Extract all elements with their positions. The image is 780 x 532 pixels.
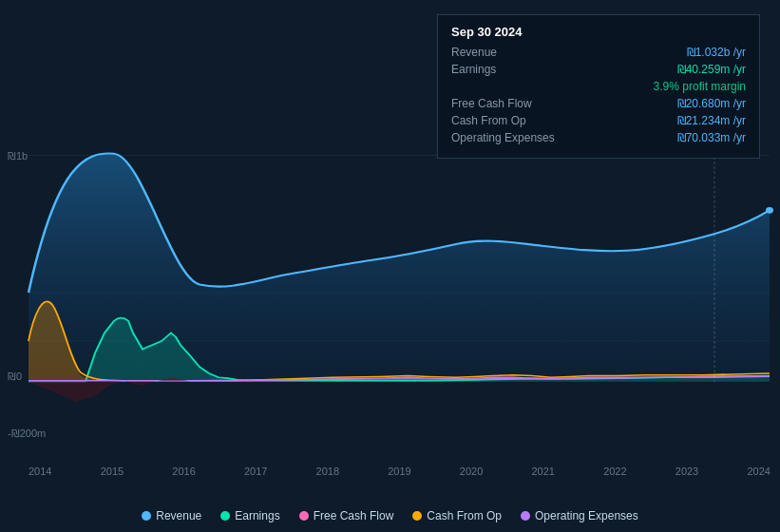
tooltip-cfo-row: Cash From Op ₪21.234m /yr: [451, 114, 746, 127]
tooltip-revenue-value: ₪1.032b /yr: [687, 46, 746, 59]
tooltip-box: Sep 30 2024 Revenue ₪1.032b /yr Earnings…: [437, 14, 760, 159]
tooltip-fcf-row: Free Cash Flow ₪20.680m /yr: [451, 97, 746, 110]
legend-item-fcf[interactable]: Free Cash Flow: [299, 509, 394, 522]
x-label-2023: 2023: [675, 466, 698, 477]
tooltip-revenue-label: Revenue: [451, 46, 565, 59]
legend-dot-fcf: [299, 511, 309, 521]
chart-container: Sep 30 2024 Revenue ₪1.032b /yr Earnings…: [0, 0, 780, 532]
x-label-2015: 2015: [101, 466, 124, 477]
x-label-2017: 2017: [244, 466, 267, 477]
legend-dot-cfo: [412, 511, 422, 521]
legend-dot-revenue: [142, 511, 151, 521]
tooltip-fcf-value: ₪20.680m /yr: [677, 97, 746, 110]
x-label-2021: 2021: [531, 466, 554, 477]
legend-item-earnings[interactable]: Earnings: [220, 509, 279, 522]
x-label-2014: 2014: [29, 466, 51, 477]
legend-label-fcf: Free Cash Flow: [314, 509, 394, 522]
x-label-2022: 2022: [603, 466, 626, 477]
legend-label-revenue: Revenue: [156, 509, 201, 522]
legend-label-earnings: Earnings: [235, 509, 279, 522]
tooltip-opex-label: Operating Expenses: [451, 131, 565, 144]
tooltip-cfo-label: Cash From Op: [451, 114, 565, 127]
tooltip-fcf-label: Free Cash Flow: [451, 97, 565, 110]
x-label-2024: 2024: [747, 466, 770, 477]
revenue-dot: [766, 207, 773, 214]
tooltip-date: Sep 30 2024: [451, 25, 746, 39]
chart-legend: Revenue Earnings Free Cash Flow Cash Fro…: [0, 509, 780, 522]
tooltip-earnings-row: Earnings ₪40.259m /yr: [451, 63, 746, 76]
tooltip-opex-value: ₪70.033m /yr: [677, 131, 746, 144]
x-label-2018: 2018: [316, 466, 339, 477]
x-label-2020: 2020: [460, 466, 483, 477]
legend-dot-earnings: [220, 511, 230, 521]
tooltip-revenue-row: Revenue ₪1.032b /yr: [451, 46, 746, 59]
tooltip-earnings-label: Earnings: [451, 63, 565, 76]
tooltip-cfo-value: ₪21.234m /yr: [677, 114, 746, 127]
legend-label-opex: Operating Expenses: [535, 509, 638, 522]
x-axis-labels: 2014 2015 2016 2017 2018 2019 2020 2021 …: [29, 466, 770, 477]
tooltip-earnings-value: ₪40.259m /yr: [677, 63, 746, 76]
legend-dot-opex: [521, 511, 530, 521]
profit-margin-badge: 3.9% profit margin: [654, 80, 746, 93]
x-label-2016: 2016: [172, 466, 195, 477]
legend-item-opex[interactable]: Operating Expenses: [521, 509, 638, 522]
tooltip-opex-row: Operating Expenses ₪70.033m /yr: [451, 131, 746, 144]
profit-margin-row: 3.9% profit margin: [451, 80, 746, 93]
x-label-2019: 2019: [388, 466, 410, 477]
legend-item-revenue[interactable]: Revenue: [142, 509, 201, 522]
legend-label-cfo: Cash From Op: [427, 509, 502, 522]
legend-item-cfo[interactable]: Cash From Op: [412, 509, 502, 522]
chart-svg: [0, 147, 780, 470]
